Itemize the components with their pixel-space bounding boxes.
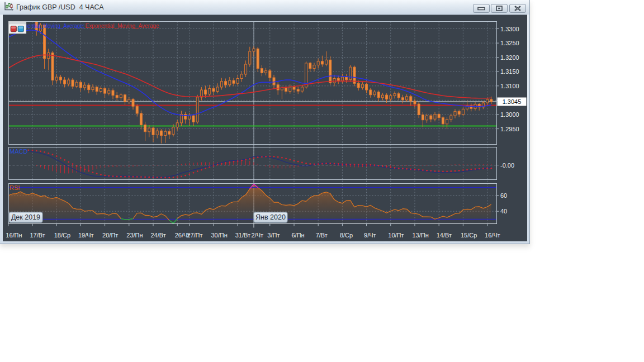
- macd-signal-dot: [466, 169, 468, 171]
- macd-signal-dot: [370, 164, 371, 166]
- price-axis-label: 1.3200: [500, 54, 519, 61]
- candle-body: [442, 118, 444, 124]
- macd-label: MACD: [10, 148, 27, 155]
- price-axis-label: 1.3000: [500, 111, 519, 118]
- macd-signal-dot: [446, 170, 448, 172]
- candle-body: [390, 96, 392, 99]
- macd-signal-dot: [293, 160, 295, 161]
- candle-body: [257, 49, 259, 68]
- candle-body: [397, 94, 400, 98]
- macd-signal-dot: [153, 177, 154, 178]
- candle-body: [297, 89, 299, 91]
- macd-signal-dot: [386, 166, 387, 168]
- candle-body: [486, 99, 489, 103]
- macd-signal-dot: [321, 163, 323, 165]
- date-axis-label: 16/Чт: [485, 232, 500, 239]
- macd-signal-dot: [277, 156, 279, 158]
- candle-body: [370, 90, 372, 95]
- date-axis-label: 31/Вт: [235, 232, 250, 239]
- candle-body: [377, 92, 380, 98]
- macd-signal-dot: [362, 164, 363, 165]
- candle-body: [116, 96, 118, 98]
- candle-body: [209, 88, 211, 94]
- candle-body: [394, 94, 396, 96]
- candle-body: [361, 84, 363, 88]
- macd-signal-dot: [32, 150, 34, 151]
- date-axis-label: 17/Вт: [30, 232, 45, 239]
- rsi-axis-label: 40: [500, 208, 507, 215]
- candle-body: [401, 98, 404, 100]
- window-title: График GBP /USD 4 ЧАСА: [16, 3, 104, 11]
- minimize-button[interactable]: [473, 4, 490, 13]
- minimize-icon: [477, 6, 485, 11]
- chart-canvas[interactable]: 1.33001.32501.32001.31501.31001.30501.30…: [3, 15, 527, 241]
- candle-body: [341, 77, 343, 81]
- price-axis-label: 1.2950: [500, 126, 519, 132]
- candle-body: [289, 87, 291, 92]
- candle-body: [309, 63, 311, 69]
- candle-body: [414, 101, 416, 104]
- window-titlebar[interactable]: График GBP /USD 4 ЧАСА: [0, 0, 529, 15]
- candle-body: [172, 127, 174, 135]
- macd-signal-dot: [60, 158, 61, 159]
- macd-signal-dot: [120, 176, 122, 178]
- macd-signal-dot: [378, 165, 380, 166]
- candle-body: [96, 87, 98, 92]
- red-square-button-gloss: [11, 27, 16, 29]
- macd-signal-dot: [398, 168, 400, 169]
- candle: [196, 95, 198, 124]
- candle-body: [205, 90, 207, 94]
- macd-axis-label: -0.00: [500, 162, 514, 169]
- macd-signal-dot: [68, 161, 69, 163]
- date-axis-label: 3/Пт: [267, 232, 280, 239]
- candle-body: [265, 71, 267, 73]
- candle-body: [75, 82, 78, 86]
- candle-body: [273, 78, 275, 85]
- candle-body: [357, 83, 359, 88]
- candle-body: [325, 60, 328, 64]
- macd-signal-dot: [430, 170, 432, 172]
- rsi-axis-label: 60: [500, 192, 507, 199]
- candle-body: [212, 88, 215, 91]
- close-button[interactable]: [509, 4, 526, 13]
- macd-signal-dot: [410, 168, 411, 170]
- candle-body: [313, 65, 315, 69]
- macd-signal-dot: [237, 160, 239, 162]
- macd-signal-dot: [345, 164, 347, 165]
- macd-signal-dot: [96, 173, 98, 174]
- candle-body: [321, 61, 323, 64]
- macd-signal-dot: [209, 166, 210, 168]
- candle-body: [438, 115, 440, 118]
- candle-body: [450, 116, 452, 120]
- macd-signal-dot: [438, 170, 440, 172]
- chart-client-area[interactable]: 1.33001.32501.32001.31501.31001.30501.30…: [3, 15, 527, 241]
- candle-body: [51, 53, 54, 80]
- macd-signal-dot: [225, 162, 226, 164]
- macd-signal-dot: [462, 169, 464, 171]
- macd-signal-dot: [418, 169, 420, 170]
- macd-signal-dot: [479, 168, 480, 170]
- macd-signal-dot: [309, 163, 311, 165]
- candle-body: [216, 87, 219, 92]
- candle-body: [144, 125, 146, 131]
- macd-signal-dot: [52, 154, 54, 155]
- macd-signal-dot: [48, 153, 49, 154]
- macd-signal-dot: [132, 176, 134, 178]
- macd-signal-dot: [84, 169, 86, 170]
- candle-body: [229, 80, 231, 85]
- candle-body: [301, 87, 303, 91]
- macd-signal-dot: [168, 177, 170, 179]
- candle-body: [240, 74, 243, 79]
- candle-body: [490, 99, 493, 102]
- candle-body: [381, 95, 383, 98]
- desktop: График GBP /USD 4 ЧАСА 1.33001.32501.320…: [0, 0, 644, 362]
- macd-signal-dot: [486, 168, 488, 169]
- macd-signal-dot: [64, 159, 65, 161]
- macd-signal-dot: [205, 168, 206, 169]
- candle-body: [84, 85, 86, 88]
- restore-button[interactable]: [491, 4, 508, 13]
- date-axis-label: 24/Вт: [151, 232, 166, 239]
- macd-signal-dot: [177, 177, 178, 178]
- candle-body: [329, 60, 332, 83]
- candle-body: [196, 97, 198, 122]
